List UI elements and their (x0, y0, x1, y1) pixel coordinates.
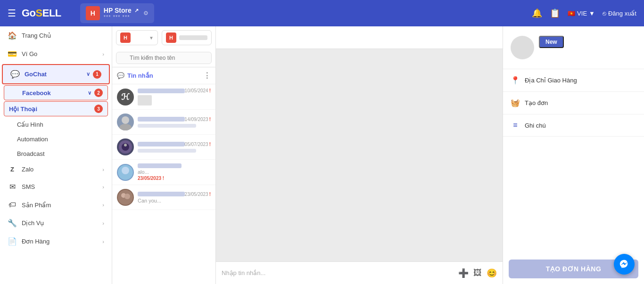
avatar (117, 189, 134, 206)
store-dropdown-icon: H (120, 32, 131, 43)
main-area: H ▼ H 🔍 💬 Tin nhắn ⋮ ℋ (112, 26, 644, 284)
logout-button[interactable]: ⎋ Đăng xuất (603, 10, 636, 17)
search-wrapper: 🔍 (116, 52, 212, 64)
chat-toolbar: H ▼ H (112, 26, 215, 49)
sidebar-label-cau-hinh: Cấu Hình (17, 121, 43, 128)
chat-more-icon[interactable]: ⋮ (203, 71, 211, 80)
basket-icon: 🧺 (511, 98, 520, 107)
sms-arrow: › (102, 184, 104, 190)
chat-item[interactable]: 23/05/2023 ! Can you... (112, 185, 215, 210)
service-icon: 🔧 (8, 219, 17, 227)
store-info: HP Store ↗ *** *** *** (104, 7, 139, 20)
vi-go-arrow: › (102, 51, 104, 57)
delivery-address-item[interactable]: 📍 Địa Chỉ Giao Hàng (503, 69, 644, 92)
sidebar-item-broadcast[interactable]: Broadcast (0, 146, 112, 161)
chat-item[interactable]: 14/09/2023 ! (112, 110, 215, 135)
sidebar-item-vi-go[interactable]: 💳 Ví Go › (0, 45, 112, 63)
image-icon[interactable]: 🖼 (473, 268, 482, 278)
svg-point-1 (119, 124, 132, 130)
search-box: 🔍 (112, 49, 215, 67)
flag-emoji: 🇻🇳 (568, 10, 575, 17)
sidebar-item-trang-chu[interactable]: 🏠 Trang Chủ (0, 26, 112, 45)
don-hang-arrow: › (102, 239, 104, 244)
zalo-arrow: › (102, 167, 104, 172)
chat-name-row: 10/05/2024 ! (138, 88, 211, 93)
sidebar-label-trang-chu: Trang Chủ (22, 32, 51, 39)
avatar (511, 36, 534, 59)
clipboard-icon[interactable]: 📋 (550, 8, 560, 18)
emoji-icon[interactable]: 😊 (487, 268, 497, 278)
alert-icon: ! (163, 176, 164, 181)
nav-right: 🔔 📋 🇻🇳 VIE ▼ ⎋ Đăng xuất (532, 8, 636, 18)
hamburger-icon[interactable]: ☰ (8, 8, 16, 19)
sidebar-item-don-hang[interactable]: 📄 Đơn Hàng › (0, 232, 112, 251)
chat-name-bar (138, 89, 185, 93)
attach-icon[interactable]: ➕ (458, 268, 469, 278)
sidebar-item-sms[interactable]: ✉ SMS › (0, 178, 112, 196)
sidebar-label-gochat: GoChat (25, 71, 47, 78)
preview-text: Can you... (138, 198, 161, 203)
gochat-arrow: ∨ (86, 71, 90, 77)
store-dropdown-arrow: ▼ (149, 35, 154, 41)
preview-text: alo... (138, 169, 149, 175)
alert-icon: ! (209, 192, 211, 197)
sidebar-label-dich-vu: Dịch Vụ (22, 219, 44, 227)
store-selector[interactable]: H HP Store ↗ *** *** *** ⚙ (80, 3, 154, 23)
sidebar-item-automation[interactable]: Automation (0, 132, 112, 146)
sidebar-label-vi-go: Ví Go (22, 50, 37, 57)
store-dropdown[interactable]: H ▼ (116, 30, 158, 45)
chat-section-label: Tin nhắn (127, 72, 153, 79)
chat-info: 05/07/2023 ! (138, 142, 211, 153)
store-settings-icon[interactable]: ⚙ (143, 10, 149, 16)
sidebar-item-cau-hinh[interactable]: Cấu Hình (0, 117, 112, 132)
search-input[interactable] (116, 52, 212, 64)
product-icon: 🏷 (8, 201, 17, 209)
wallet-icon: 💳 (8, 49, 17, 58)
sidebar-label-broadcast: Broadcast (17, 150, 45, 157)
sidebar-label-automation: Automation (17, 136, 48, 143)
chat-preview-bar (138, 124, 196, 128)
logo-text: GoSELL (22, 7, 61, 19)
sidebar-item-hoi-thoai[interactable]: Hội Thoại 3 (4, 101, 108, 116)
language-label: VIE (577, 10, 587, 17)
sidebar-item-dich-vu[interactable]: 🔧 Dịch Vụ › (0, 214, 112, 232)
zalo-icon: Z (8, 166, 17, 173)
chat-name-bar (138, 117, 185, 122)
chat-name-row: 14/09/2023 ! (138, 117, 211, 122)
new-badge-button[interactable]: New (539, 36, 564, 48)
chat-item[interactable]: 05/07/2023 ! (112, 135, 215, 160)
chat-time: 14/09/2023 ! (185, 117, 211, 122)
sidebar-item-facebook[interactable]: Facebook ∨ 2 (4, 85, 108, 100)
chat-preview: alo... (138, 169, 211, 175)
note-item[interactable]: ≡ Ghi chú (503, 114, 644, 137)
chat-date: 23/05/2023 ! (138, 176, 211, 181)
right-panel: New 📍 Địa Chỉ Giao Hàng 🧺 Tạo đơn ≡ Ghi … (503, 26, 644, 284)
right-profile: New (503, 26, 644, 69)
san-pham-arrow: › (102, 202, 104, 208)
sidebar-item-san-pham[interactable]: 🏷 Sản Phẩm › (0, 196, 112, 214)
language-selector[interactable]: 🇻🇳 VIE ▼ (568, 10, 595, 17)
chat-item[interactable]: ℋ 10/05/2024 ! (112, 84, 215, 110)
svg-point-4 (124, 144, 127, 146)
message-placeholder: Nhập tin nhắn... (222, 269, 454, 276)
create-order-item[interactable]: 🧺 Tạo đơn (503, 92, 644, 114)
logout-label: Đăng xuất (608, 10, 636, 17)
notification-icon[interactable]: 🔔 (532, 8, 542, 18)
alert-icon: ! (209, 142, 211, 147)
chat-time: 05/07/2023 ! (185, 142, 211, 147)
chat-item[interactable]: alo... 23/05/2023 ! (112, 160, 215, 185)
channel-selector[interactable]: H (162, 30, 212, 45)
chat-info: 14/09/2023 ! (138, 117, 211, 128)
facebook-badge: 2 (94, 89, 103, 97)
chat-section-icon: 💬 (117, 72, 124, 79)
chat-name-row: 23/05/2023 ! (138, 192, 211, 197)
sidebar-item-zalo[interactable]: Z Zalo › (0, 161, 112, 178)
avatar: ℋ (117, 89, 134, 105)
avatar (117, 138, 134, 155)
create-order-label: Tạo đơn (525, 99, 548, 106)
sidebar-item-gochat[interactable]: 💬 GoChat ∨ 1 (2, 64, 110, 84)
conversation-body (216, 49, 503, 261)
chat-list-header: 💬 Tin nhắn ⋮ (112, 67, 215, 84)
messenger-fab[interactable] (614, 254, 635, 275)
gochat-badge: 1 (93, 70, 101, 79)
